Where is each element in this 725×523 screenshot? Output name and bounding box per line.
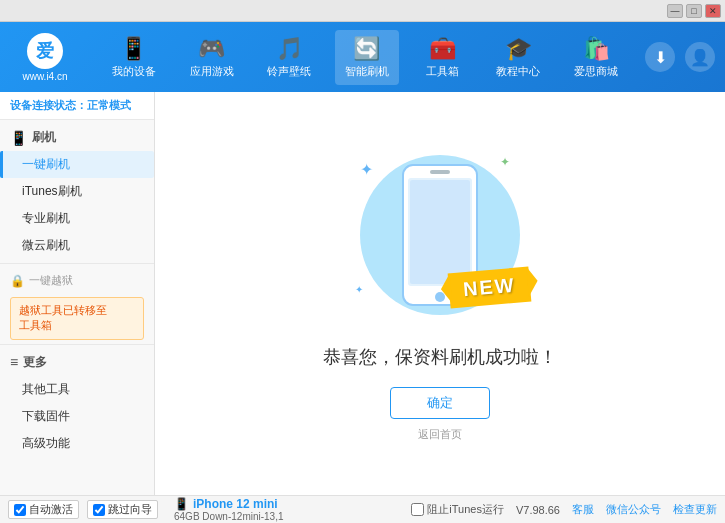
sidebar: 设备连接状态：正常模式 📱 刷机 一键刷机 iTunes刷机 专业刷机 微云刷机 <box>0 92 155 495</box>
smart-flash-icon: 🔄 <box>353 36 380 62</box>
apps-games-icon: 🎮 <box>198 36 225 62</box>
logo-icon: 爱 <box>27 33 63 69</box>
content-area: 设备连接状态：正常模式 📱 刷机 一键刷机 iTunes刷机 专业刷机 微云刷机 <box>0 92 725 495</box>
user-button[interactable]: 👤 <box>685 42 715 72</box>
nav-bar: 📱 我的设备 🎮 应用游戏 🎵 铃声壁纸 🔄 智能刷机 🧰 工具箱 🎓 教程中心… <box>95 30 635 85</box>
sidebar-section-flash: 📱 刷机 一键刷机 iTunes刷机 专业刷机 微云刷机 <box>0 124 154 259</box>
nav-right-buttons: ⬇ 👤 <box>645 42 715 72</box>
divider-2 <box>0 344 154 345</box>
stop-itunes-checkbox[interactable] <box>411 503 424 516</box>
divider-1 <box>0 263 154 264</box>
nav-mall[interactable]: 🛍️ 爱思商城 <box>564 30 628 85</box>
lock-icon: 🔒 <box>10 274 25 288</box>
sidebar-item-wechat-flash[interactable]: 微云刷机 <box>0 232 154 259</box>
bottom-bar: 自动激活 跳过向导 📱 iPhone 12 mini 64GB Down-12m… <box>0 495 725 523</box>
skip-wizard-label: 跳过向导 <box>108 502 152 517</box>
stop-itunes-label: 阻止iTunes运行 <box>427 502 504 517</box>
nav-my-device[interactable]: 📱 我的设备 <box>102 30 166 85</box>
logo-area: 爱 www.i4.cn <box>10 33 80 82</box>
star-1: ✦ <box>360 160 373 179</box>
my-device-label: 我的设备 <box>112 64 156 79</box>
sidebar-section-jailbreak: 🔒 一键越狱 越狱工具已转移至工具箱 <box>0 268 154 340</box>
star-3: ✦ <box>355 284 363 295</box>
back-link[interactable]: 返回首页 <box>418 427 462 442</box>
sidebar-section-more: ≡ 更多 其他工具 下载固件 高级功能 <box>0 349 154 457</box>
download-button[interactable]: ⬇ <box>645 42 675 72</box>
status-label: 设备连接状态： <box>10 99 87 111</box>
more-section-title: 更多 <box>23 354 47 371</box>
more-section-header: ≡ 更多 <box>0 349 154 376</box>
ringtones-label: 铃声壁纸 <box>267 64 311 79</box>
device-name-text: iPhone 12 mini <box>193 497 278 511</box>
more-section-icon: ≡ <box>10 354 18 370</box>
svg-rect-4 <box>410 180 470 284</box>
jailbreak-warning: 越狱工具已转移至工具箱 <box>10 297 144 340</box>
ringtones-icon: 🎵 <box>276 36 303 62</box>
apps-games-label: 应用游戏 <box>190 64 234 79</box>
sidebar-item-download-firmware[interactable]: 下载固件 <box>0 403 154 430</box>
sidebar-item-pro-flash[interactable]: 专业刷机 <box>0 205 154 232</box>
tutorial-icon: 🎓 <box>505 36 532 62</box>
toolbox-label: 工具箱 <box>426 64 459 79</box>
logo-url: www.i4.cn <box>22 71 67 82</box>
sidebar-item-advanced[interactable]: 高级功能 <box>0 430 154 457</box>
svg-rect-3 <box>430 170 450 174</box>
mall-icon: 🛍️ <box>583 36 610 62</box>
close-button[interactable]: ✕ <box>705 4 721 18</box>
nav-toolbox[interactable]: 🧰 工具箱 <box>413 30 473 85</box>
auto-launch-checkbox[interactable]: 自动激活 <box>8 500 79 519</box>
flash-section-icon: 📱 <box>10 130 27 146</box>
auto-launch-label: 自动激活 <box>29 502 73 517</box>
device-name-row: 📱 iPhone 12 mini <box>174 497 284 511</box>
auto-launch-input[interactable] <box>14 504 26 516</box>
device-firmware: Down-12mini-13,1 <box>202 511 283 522</box>
tutorial-label: 教程中心 <box>496 64 540 79</box>
main-header: 爱 www.i4.cn 📱 我的设备 🎮 应用游戏 🎵 铃声壁纸 🔄 智能刷机 … <box>0 22 725 92</box>
check-update-link[interactable]: 检查更新 <box>673 502 717 517</box>
jailbreak-locked-header: 🔒 一键越狱 <box>0 268 154 293</box>
jailbreak-section-title: 一键越狱 <box>29 273 73 288</box>
skip-wizard-checkbox[interactable]: 跳过向导 <box>87 500 158 519</box>
main-content: ✦ ✦ ✦ NEW <box>155 92 725 495</box>
device-status-bar: 设备连接状态：正常模式 <box>0 92 154 120</box>
phone-illustration: ✦ ✦ ✦ NEW <box>340 145 540 325</box>
device-storage: 64GB <box>174 511 200 522</box>
maximize-button[interactable]: □ <box>686 4 702 18</box>
success-title: 恭喜您，保资料刷机成功啦！ <box>323 345 557 369</box>
flash-section-header: 📱 刷机 <box>0 124 154 151</box>
sidebar-item-itunes-flash[interactable]: iTunes刷机 <box>0 178 154 205</box>
nav-ringtones[interactable]: 🎵 铃声壁纸 <box>257 30 321 85</box>
window-controls: — □ ✕ <box>667 4 721 18</box>
bottom-left: 自动激活 跳过向导 📱 iPhone 12 mini 64GB Down-12m… <box>8 497 284 522</box>
bottom-right: 阻止iTunes运行 V7.98.66 客服 微信公众号 检查更新 <box>411 502 717 517</box>
sidebar-item-other-tools[interactable]: 其他工具 <box>0 376 154 403</box>
success-hero: ✦ ✦ ✦ NEW <box>323 145 557 442</box>
nav-tutorial[interactable]: 🎓 教程中心 <box>486 30 550 85</box>
skip-wizard-input[interactable] <box>93 504 105 516</box>
device-phone-icon: 📱 <box>174 497 189 511</box>
toolbox-icon: 🧰 <box>429 36 456 62</box>
support-link[interactable]: 客服 <box>572 502 594 517</box>
wechat-link[interactable]: 微信公众号 <box>606 502 661 517</box>
sidebar-item-one-key-flash[interactable]: 一键刷机 <box>0 151 154 178</box>
device-details: 64GB Down-12mini-13,1 <box>174 511 284 522</box>
smart-flash-label: 智能刷机 <box>345 64 389 79</box>
star-2: ✦ <box>500 155 510 169</box>
stop-itunes-area: 阻止iTunes运行 <box>411 502 504 517</box>
ribbon-text: NEW <box>448 267 531 309</box>
device-info: 📱 iPhone 12 mini 64GB Down-12mini-13,1 <box>174 497 284 522</box>
confirm-button[interactable]: 确定 <box>390 387 490 419</box>
title-bar: — □ ✕ <box>0 0 725 22</box>
new-ribbon: NEW <box>449 270 530 305</box>
minimize-button[interactable]: — <box>667 4 683 18</box>
mall-label: 爱思商城 <box>574 64 618 79</box>
my-device-icon: 📱 <box>120 36 147 62</box>
version-text: V7.98.66 <box>516 504 560 516</box>
flash-section-title: 刷机 <box>32 129 56 146</box>
nav-smart-flash[interactable]: 🔄 智能刷机 <box>335 30 399 85</box>
status-value: 正常模式 <box>87 99 131 111</box>
nav-apps-games[interactable]: 🎮 应用游戏 <box>180 30 244 85</box>
